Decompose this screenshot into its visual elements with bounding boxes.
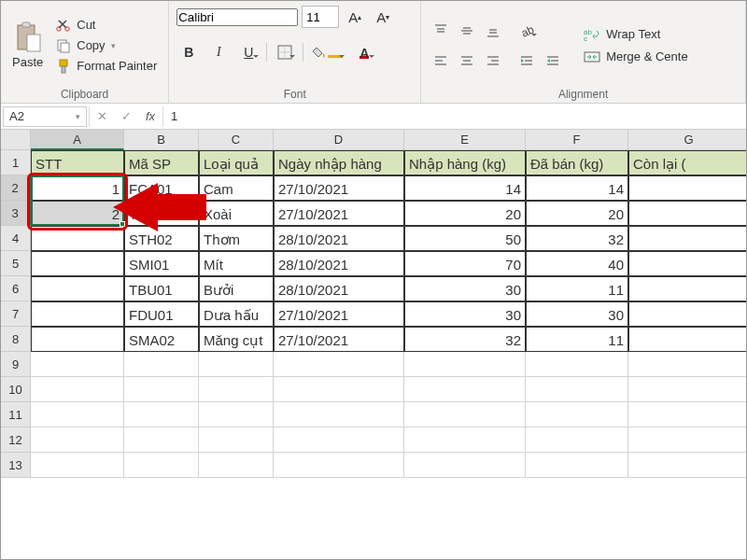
cell-D6[interactable]: 28/10/2021 [274,276,404,301]
cell-E6[interactable]: 30 [404,276,526,301]
font-size-select[interactable] [302,6,339,28]
cell-C5[interactable]: Mít [199,251,274,276]
cell-A4[interactable] [31,226,124,251]
align-middle-button[interactable] [455,19,479,43]
align-bottom-button[interactable] [481,19,505,43]
col-header-A[interactable]: A [31,130,124,150]
cell-A7[interactable] [31,301,124,327]
fill-color-button[interactable] [309,40,346,64]
cell-F8[interactable]: 11 [526,327,628,352]
cell-A2[interactable]: 1 [31,175,124,201]
col-header-F[interactable]: F [526,130,628,150]
cell-F7[interactable]: 30 [526,301,628,327]
row-header-3[interactable]: 3 [1,201,31,226]
cell-D3[interactable]: 27/10/2021 [274,201,404,226]
paste-button[interactable]: Paste [8,18,47,73]
cell-F2[interactable]: 14 [526,175,628,201]
align-right-button[interactable] [481,49,505,73]
col-header-D[interactable]: D [274,130,404,150]
cell-D8[interactable]: 27/10/2021 [274,327,404,352]
row-header-13[interactable]: 13 [1,453,31,478]
row-header-4[interactable]: 4 [1,226,31,251]
cell-B2[interactable]: FCA01 [124,175,199,201]
cell-C1[interactable]: Loại quả [199,150,274,175]
cell-C2[interactable]: Cam [199,175,274,201]
cell-A5[interactable] [31,251,124,276]
col-header-C[interactable]: C [199,130,274,150]
cell-G8[interactable] [628,327,747,352]
row-header-10[interactable]: 10 [1,377,31,402]
cell-G5[interactable] [628,251,747,276]
copy-button[interactable]: Copy ▾ [52,36,161,55]
font-color-button[interactable]: A [352,40,376,64]
cell-C3[interactable]: Xoài [199,201,274,226]
wrap-text-button[interactable]: abc Wrap Text [580,25,691,44]
fx-button[interactable]: fx [138,109,162,123]
cell-C4[interactable]: Thơm [199,226,274,251]
cell-B8[interactable]: SMA02 [124,327,199,352]
cell-D1[interactable]: Ngày nhập hàng [274,150,404,175]
cell-A11[interactable] [31,402,124,427]
row-header-1[interactable]: 1 [1,150,31,175]
cell-F4[interactable]: 32 [526,226,628,251]
align-left-button[interactable] [429,49,453,73]
cell-A8[interactable] [31,327,124,352]
cell-E2[interactable]: 14 [404,175,526,201]
name-box[interactable]: A2 [3,106,87,127]
align-top-button[interactable] [429,19,453,43]
cell-F5[interactable]: 40 [526,251,628,276]
cell-F1[interactable]: Đã bán (kg) [526,150,628,175]
cell-D5[interactable]: 28/10/2021 [274,251,404,276]
border-button[interactable] [273,40,297,64]
cell-B7[interactable]: FDU01 [124,301,199,327]
cell-E8[interactable]: 32 [404,327,526,352]
decrease-font-button[interactable]: A▾ [371,5,395,29]
increase-indent-button[interactable] [541,49,565,73]
col-header-B[interactable]: B [124,130,199,150]
cell-A12[interactable] [31,427,124,453]
col-header-E[interactable]: E [404,130,526,150]
cell-F6[interactable]: 11 [526,276,628,301]
cell-C8[interactable]: Măng cụt [199,327,274,352]
cell-B5[interactable]: SMI01 [124,251,199,276]
row-header-8[interactable]: 8 [1,327,31,352]
cut-button[interactable]: Cut [52,16,161,35]
cell-B6[interactable]: TBU01 [124,276,199,301]
col-header-G[interactable]: G [628,130,747,150]
cell-D2[interactable]: 27/10/2021 [274,175,404,201]
cell-B1[interactable]: Mã SP [124,150,199,175]
select-all-corner[interactable] [1,130,31,150]
cell-G4[interactable] [628,226,747,251]
cell-A10[interactable] [31,377,124,402]
cell-A6[interactable] [31,276,124,301]
cell-E1[interactable]: Nhập hàng (kg) [404,150,526,175]
increase-font-button[interactable]: A▴ [343,5,367,29]
cell-D4[interactable]: 28/10/2021 [274,226,404,251]
cell-G2[interactable] [628,175,747,201]
cell-G6[interactable] [628,276,747,301]
italic-button[interactable]: I [206,40,231,64]
cell-E4[interactable]: 50 [404,226,526,251]
row-header-5[interactable]: 5 [1,251,31,276]
row-header-9[interactable]: 9 [1,352,31,377]
align-center-button[interactable] [455,49,479,73]
cell-A9[interactable] [31,352,124,377]
bold-button[interactable]: B [176,40,201,64]
cell-C7[interactable]: Dưa hấu [199,301,274,327]
cell-B3[interactable]: TX [124,201,199,226]
row-header-11[interactable]: 11 [1,402,31,427]
cancel-formula-button[interactable]: ✕ [90,109,114,123]
merge-center-button[interactable]: Merge & Cente [580,48,691,66]
cell-A3[interactable]: 2 [31,201,124,226]
cell-G1[interactable]: Còn lại ( [628,150,747,175]
decrease-indent-button[interactable] [514,49,539,73]
format-painter-button[interactable]: Format Painter [52,57,161,76]
row-header-6[interactable]: 6 [1,276,31,301]
cell-E5[interactable]: 70 [404,251,526,276]
underline-button[interactable]: U [236,40,261,64]
row-header-7[interactable]: 7 [1,301,31,327]
cell-A13[interactable] [31,453,124,478]
enter-formula-button[interactable]: ✓ [114,109,138,123]
cell-G3[interactable] [628,201,747,226]
cell-B4[interactable]: STH02 [124,226,199,251]
